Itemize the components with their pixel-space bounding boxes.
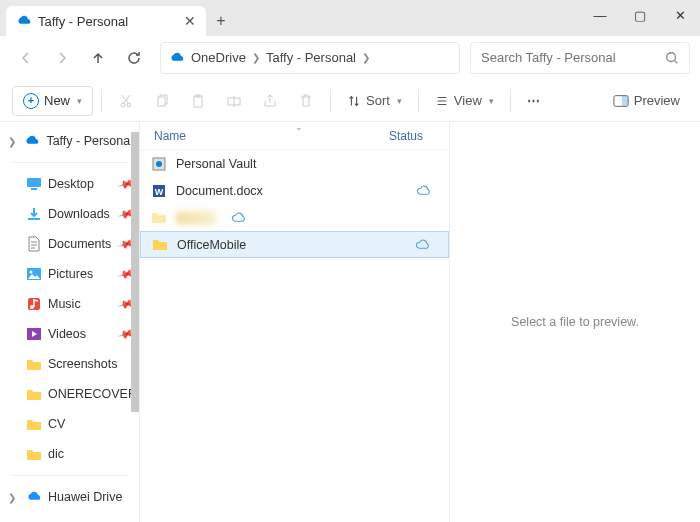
desktop-icon: [26, 176, 42, 192]
pictures-icon: [26, 266, 42, 282]
scrollbar-thumb[interactable]: [131, 132, 139, 412]
tab-close-icon[interactable]: ✕: [184, 13, 196, 29]
sidebar-item-label: CV: [48, 417, 65, 431]
music-icon: [26, 296, 42, 312]
preview-toggle[interactable]: Preview: [605, 86, 688, 116]
svg-point-1: [121, 103, 125, 107]
view-button[interactable]: View ▾: [427, 86, 502, 116]
svg-point-13: [30, 271, 33, 274]
file-row[interactable]: Personal Vault: [140, 150, 449, 177]
sidebar-item-label: Downloads: [48, 207, 110, 221]
sidebar-item-cv[interactable]: CV: [0, 409, 139, 439]
preview-icon: [613, 94, 629, 108]
preview-empty-text: Select a file to preview.: [511, 315, 639, 329]
maximize-button[interactable]: ▢: [620, 0, 660, 30]
sidebar-item-videos[interactable]: Videos📌: [0, 319, 139, 349]
search-input[interactable]: [481, 50, 665, 65]
cloud-status-icon: [224, 211, 254, 224]
blurred-name: [176, 211, 216, 225]
view-label: View: [454, 93, 482, 108]
preview-label: Preview: [634, 93, 680, 108]
sidebar-item-desktop[interactable]: Desktop📌: [0, 169, 139, 199]
chevron-right-icon: ❯: [362, 52, 370, 63]
minimize-button[interactable]: —: [580, 0, 620, 30]
cut-button[interactable]: [110, 86, 142, 116]
file-name: Document.docx: [176, 184, 401, 198]
chevron-right-icon: ❯: [252, 52, 260, 63]
sidebar-item-label: Desktop: [48, 177, 94, 191]
refresh-button[interactable]: [118, 42, 150, 74]
crumb-current[interactable]: Taffy - Personal: [266, 50, 356, 65]
paste-button[interactable]: [182, 86, 214, 116]
cloud-status-icon: [408, 238, 438, 251]
sidebar-item-label: Documents: [48, 237, 111, 251]
titlebar: Taffy - Personal ✕ + — ▢ ✕: [0, 0, 700, 36]
sidebar-root[interactable]: ❯ Taffy - Personal: [0, 126, 139, 156]
more-button[interactable]: ⋯: [519, 86, 550, 116]
back-button[interactable]: [10, 42, 42, 74]
documents-icon: [26, 236, 42, 252]
navbar: OneDrive ❯ Taffy - Personal ❯: [0, 36, 700, 80]
svg-rect-3: [158, 97, 165, 106]
word-icon: W: [150, 182, 168, 200]
sidebar-item-dic[interactable]: dic: [0, 439, 139, 469]
chevron-right-icon: ❯: [8, 492, 20, 503]
tab-title: Taffy - Personal: [38, 14, 128, 29]
sidebar-item-label: Screenshots: [48, 357, 117, 371]
onedrive-icon: [24, 133, 40, 149]
file-row[interactable]: [140, 204, 449, 231]
sidebar-item-label: ONERECOVERH: [48, 387, 139, 401]
rename-button[interactable]: [218, 86, 250, 116]
sort-icon: [347, 94, 361, 108]
sidebar-item-pictures[interactable]: Pictures📌: [0, 259, 139, 289]
up-button[interactable]: [82, 42, 114, 74]
sidebar-huawei-drive[interactable]: ❯ Huawei Drive: [0, 482, 139, 512]
copy-button[interactable]: [146, 86, 178, 116]
sort-button[interactable]: Sort ▾: [339, 86, 410, 116]
separator: [418, 90, 419, 112]
sidebar-item-music[interactable]: Music📌: [0, 289, 139, 319]
plus-icon: +: [23, 93, 39, 109]
svg-rect-4: [194, 96, 202, 107]
search-icon: [665, 51, 679, 65]
breadcrumb[interactable]: OneDrive ❯ Taffy - Personal ❯: [160, 42, 460, 74]
sidebar-item-downloads[interactable]: Downloads📌: [0, 199, 139, 229]
sidebar: ❯ Taffy - Personal Desktop📌Downloads📌Doc…: [0, 122, 140, 522]
svg-rect-8: [622, 95, 628, 106]
file-name: Personal Vault: [176, 157, 401, 171]
svg-rect-11: [28, 218, 40, 220]
column-headers[interactable]: Name ⌄ Status: [140, 122, 449, 150]
folder-dim-icon: [150, 209, 168, 227]
sidebar-item-screenshots[interactable]: Screenshots: [0, 349, 139, 379]
delete-button[interactable]: [290, 86, 322, 116]
folder-icon: [26, 416, 42, 432]
sort-indicator-icon: ⌄: [295, 122, 303, 132]
file-row[interactable]: WDocument.docx: [140, 177, 449, 204]
close-button[interactable]: ✕: [660, 0, 700, 30]
browser-tab[interactable]: Taffy - Personal ✕: [6, 6, 206, 36]
sidebar-item-label: Pictures: [48, 267, 93, 281]
list-icon: [435, 94, 449, 108]
folder-icon: [26, 356, 42, 372]
col-status[interactable]: Status: [389, 129, 439, 143]
new-tab-button[interactable]: +: [206, 6, 236, 36]
new-label: New: [44, 93, 70, 108]
chevron-down-icon: ▾: [489, 96, 494, 106]
file-row[interactable]: OfficeMobile: [140, 231, 449, 258]
sidebar-bottom-label: Huawei Drive: [48, 490, 122, 504]
sidebar-item-documents[interactable]: Documents📌: [0, 229, 139, 259]
search-box[interactable]: [470, 42, 690, 74]
crumb-onedrive[interactable]: OneDrive: [191, 50, 246, 65]
separator: [10, 475, 129, 476]
svg-point-2: [127, 103, 131, 107]
col-name[interactable]: Name: [150, 129, 389, 143]
sidebar-item-onerecoverh[interactable]: ONERECOVERH: [0, 379, 139, 409]
chevron-down-icon: ▾: [397, 96, 402, 106]
toolbar: + New ▾ Sort ▾ View ▾ ⋯ Preview: [0, 80, 700, 122]
share-button[interactable]: [254, 86, 286, 116]
new-button[interactable]: + New ▾: [12, 86, 93, 116]
sidebar-item-label: Videos: [48, 327, 86, 341]
svg-rect-9: [27, 178, 41, 187]
svg-point-18: [156, 161, 162, 167]
forward-button[interactable]: [46, 42, 78, 74]
